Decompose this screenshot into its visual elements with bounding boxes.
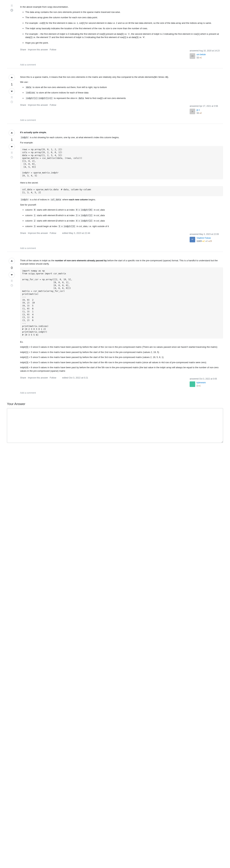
code-block: import numpy as np from scipy.sparse imp… (20, 267, 223, 339)
improve-link[interactable]: Improve this answer (28, 376, 48, 379)
list-item: column 1 starts with element 5 which is … (25, 214, 223, 217)
footer-actions: Share Improve this answer Follow (20, 103, 56, 107)
avatar[interactable] (190, 381, 195, 387)
downvote-button[interactable] (9, 88, 15, 94)
downvote-button[interactable] (9, 144, 15, 150)
edited-link[interactable]: edited May 3, 2023 at 22:44 (62, 231, 90, 235)
para: We use : (20, 81, 223, 84)
add-comment-link[interactable]: Add a comment (20, 63, 223, 66)
history-icon[interactable] (10, 284, 13, 287)
answer-textarea[interactable] (7, 408, 223, 443)
avatar[interactable]: jp (190, 109, 195, 114)
user-card: answered May 3, 2023 at 22:09 VF Vladimi… (188, 231, 223, 244)
share-link[interactable]: Share (20, 103, 26, 107)
list-item: Hope you get the point. (25, 41, 223, 44)
bronze-badge: ●1 (198, 384, 201, 387)
vote-count: 1 (11, 82, 13, 87)
para: indptr[1] = 3 since 3 values in the matr… (20, 350, 223, 354)
bronze-badge: ●28 (208, 240, 212, 242)
para: indptr[3] = 5 since 5 values in the matr… (20, 361, 223, 364)
silver-badge: ●6 (205, 240, 208, 242)
code: data (25, 86, 32, 89)
history-icon[interactable] (10, 9, 13, 12)
list-item: The indptr array basically indicates the… (25, 27, 223, 30)
bookmark-icon[interactable] (10, 96, 13, 99)
add-comment-link[interactable]: Add a comment (20, 391, 223, 395)
footer: Share Improve this answer Follow answere… (20, 103, 223, 116)
list: column 0 starts with element 1 which is … (20, 208, 223, 228)
share-link[interactable]: Share (20, 376, 26, 379)
reputation: 11 (197, 56, 199, 59)
code: data (78, 97, 84, 100)
footer-actions: Share Improve this answer Follow (20, 48, 56, 51)
edited-link[interactable]: edited Oct 3, 2022 at 0:21 (62, 376, 88, 379)
share-link[interactable]: Share (20, 231, 26, 235)
timestamp: answered May 3, 2023 at 22:09 (190, 232, 222, 236)
history-icon[interactable] (10, 100, 13, 103)
list: The data array contains the non-zero ele… (20, 10, 223, 44)
share-link[interactable]: Share (20, 48, 26, 51)
answer-1: In the above example from scipy document… (7, 3, 223, 68)
vote-column: 0 (7, 257, 16, 395)
improve-link[interactable]: Improve this answer (28, 103, 48, 107)
footer-actions: Share Improve this answer Follow edited … (20, 231, 90, 235)
para: For example: (20, 141, 223, 145)
follow-link[interactable]: Follow (50, 48, 56, 51)
para: indptr[2] = 5 since 5 values in the matr… (20, 355, 223, 359)
vote-count: 0 (11, 266, 13, 271)
improve-link[interactable]: Improve this answer (28, 231, 48, 235)
para: indptr[0] = 0 since 0 values in the matr… (20, 345, 223, 349)
vote-column (7, 3, 16, 66)
add-comment-link[interactable]: Add a comment (20, 247, 223, 250)
content: Since this is a sparse matrix, it means … (16, 73, 223, 122)
downvote-button[interactable] (9, 272, 15, 278)
list: data to store all the non-zero elements … (20, 86, 223, 100)
bronze-badge: ●1 (199, 56, 202, 59)
list-item: column 3 would begin at index 5 = indptr… (25, 225, 223, 228)
reputation: 3,823 (197, 240, 202, 242)
avatar[interactable]: VF (190, 237, 195, 242)
follow-link[interactable]: Follow (50, 103, 56, 107)
your-answer-heading: Your Answer (7, 402, 223, 407)
intro: In the above example from scipy document… (20, 5, 223, 9)
code: indptr[i]:indptr[i+1] (25, 97, 53, 100)
para: See for yourself: (20, 203, 223, 207)
upvote-button[interactable] (9, 258, 15, 264)
vote-count: 1 (11, 137, 13, 142)
add-comment-link[interactable]: Add a comment (20, 118, 223, 122)
bookmark-icon[interactable] (10, 151, 13, 154)
answer-4: 0 Think of the values in indptr as the n… (7, 257, 223, 396)
bookmark-icon[interactable] (10, 279, 13, 282)
avatar[interactable]: om (190, 53, 195, 59)
upvote-button[interactable] (9, 74, 15, 81)
user-link[interactable]: jp z (197, 109, 200, 111)
list-item: indices to store all the column indices … (25, 91, 223, 94)
upvote-button[interactable] (9, 130, 15, 136)
user-link[interactable]: kylenewm (197, 381, 206, 384)
follow-link[interactable]: Follow (50, 231, 56, 235)
history-icon[interactable] (10, 156, 13, 159)
bookmark-icon[interactable] (10, 4, 13, 7)
para: Since this is a sparse matrix, it means … (20, 75, 223, 79)
follow-link[interactable]: Follow (50, 376, 56, 379)
list-item: For example :- the first element of indp… (25, 32, 223, 39)
answer-3: 1 It's actually quite simple. indptr is … (7, 129, 223, 252)
para: indptr is a list of indices in col_data … (20, 198, 223, 202)
user-link[interactable]: Vladimir Fokow (197, 237, 211, 239)
improve-link[interactable]: Improve this answer (28, 48, 48, 51)
timestamp: answered Apr 27, 2021 at 3:56 (190, 104, 222, 107)
code: col_data (50, 198, 62, 201)
list-item: The indices array gives the column numbe… (25, 16, 223, 19)
timestamp: answered Aug 10, 2020 at 14:23 (190, 49, 222, 52)
list-item: data to store all the non-zero elements … (25, 86, 223, 89)
para: Here is the secret: (20, 181, 223, 185)
para: Think of the values in indptr as the num… (20, 259, 223, 266)
user-card: answered Oct 3, 2022 at 0:05 kylenewm 1 … (188, 376, 223, 389)
content: In the above example from scipy document… (16, 3, 223, 66)
list-item: column 0 starts with element 1 which is … (25, 208, 223, 212)
footer-actions: Share Improve this answer Follow edited … (20, 376, 88, 379)
footer: Share Improve this answer Follow answere… (20, 48, 223, 60)
footer: Share Improve this answer Follow edited … (20, 376, 223, 389)
bronze-badge: ●2 (199, 112, 202, 114)
user-link[interactable]: om belote (197, 53, 206, 56)
